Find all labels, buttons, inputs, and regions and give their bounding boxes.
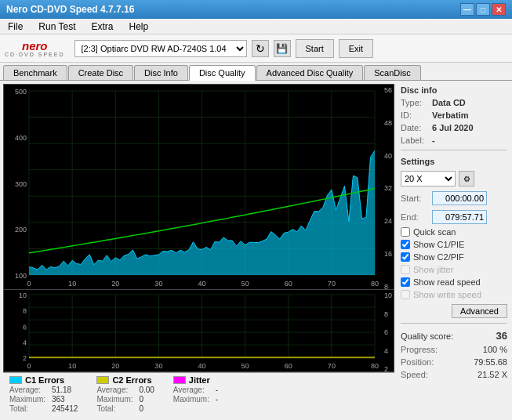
c1-total-label: Total: — [9, 404, 49, 413]
menu-run-test[interactable]: Run Test — [34, 20, 80, 33]
quality-score-row: Quality score: 36 — [401, 330, 507, 342]
c2-color-swatch — [96, 376, 109, 384]
show-read-speed-checkbox[interactable] — [401, 277, 410, 287]
show-c1-checkbox[interactable] — [401, 240, 410, 249]
bottom-chart: 108642 — [3, 290, 394, 372]
start-input[interactable] — [432, 191, 487, 205]
jitter-maximum-label: Maximum: — [173, 395, 212, 404]
c2-total-value: 0 — [139, 404, 143, 413]
menu-extra[interactable]: Extra — [86, 20, 118, 33]
save-icon[interactable]: 💾 — [274, 40, 291, 57]
divider-2 — [401, 323, 507, 324]
c1-maximum-label: Maximum: — [9, 395, 49, 404]
c1-average-value: 51.18 — [52, 386, 71, 394]
id-label: ID: — [401, 110, 429, 120]
c2-average-label: Average: — [96, 386, 136, 394]
maximize-button[interactable]: □ — [476, 3, 490, 16]
show-jitter-checkbox — [401, 265, 410, 274]
tab-bar: Benchmark Create Disc Disc Info Disc Qua… — [0, 63, 512, 81]
quality-score-label: Quality score: — [401, 331, 453, 341]
jitter-average-value: - — [216, 386, 218, 394]
legend-area: C1 Errors Average: 51.18 Maximum: 363 To… — [3, 372, 394, 418]
close-button[interactable]: ✕ — [492, 3, 506, 16]
progress-label: Progress: — [401, 345, 438, 354]
c1-title: C1 Errors — [25, 375, 64, 385]
toolbar: nero CD·DVD SPEED [2:3] Optiarc DVD RW A… — [0, 34, 512, 63]
tab-disc-info[interactable]: Disc Info — [134, 65, 188, 80]
quick-scan-row: Quick scan — [401, 227, 507, 237]
quality-score-value: 36 — [496, 330, 507, 342]
drive-selector[interactable]: [2:3] Optiarc DVD RW AD-7240S 1.04 — [74, 40, 247, 57]
start-row: Start: — [401, 191, 507, 205]
speed-stat-row: Speed: 21.52 X — [401, 370, 507, 379]
date-value: 6 Jul 2020 — [432, 123, 474, 132]
quick-scan-checkbox[interactable] — [401, 227, 410, 237]
main-content: 5648403224168 108642 C1 Errors Average: … — [0, 81, 512, 418]
jitter-average-label: Average: — [173, 386, 212, 394]
legend-jitter: Jitter Average: - Maximum: - — [173, 375, 218, 415]
minimize-button[interactable]: — — [460, 3, 474, 16]
show-c2-checkbox[interactable] — [401, 252, 410, 262]
show-c2-row: Show C2/PIF — [401, 252, 507, 262]
menu-bar: File Run Test Extra Help — [0, 19, 512, 34]
id-value: Verbatim — [432, 110, 468, 120]
c2-total-label: Total: — [96, 404, 136, 413]
c2-maximum-label: Maximum: — [96, 395, 136, 404]
show-read-speed-label: Show read speed — [413, 277, 481, 287]
legend-c1: C1 Errors Average: 51.18 Maximum: 363 To… — [9, 375, 78, 415]
c1-color-swatch — [9, 376, 22, 384]
divider-1 — [401, 150, 507, 150]
c1-total-value: 245412 — [52, 404, 78, 413]
refresh-icon[interactable]: ↻ — [252, 40, 269, 57]
menu-help[interactable]: Help — [125, 20, 154, 33]
disc-id-row: ID: Verbatim — [401, 110, 507, 120]
jitter-maximum-value: - — [216, 395, 218, 404]
show-write-speed-row: Show write speed — [401, 290, 507, 299]
start-label: Start: — [401, 194, 429, 203]
c1-maximum-value: 363 — [52, 395, 65, 404]
label-label: Label: — [401, 136, 429, 145]
disc-info-title: Disc info — [401, 85, 507, 95]
type-value: Data CD — [432, 98, 466, 107]
show-c2-label: Show C2/PIF — [413, 252, 464, 262]
settings-title: Settings — [401, 157, 507, 166]
title-bar: Nero CD-DVD Speed 4.7.7.16 — □ ✕ — [0, 0, 512, 19]
show-c1-row: Show C1/PIE — [401, 240, 507, 249]
show-jitter-row: Show jitter — [401, 265, 507, 274]
exit-button[interactable]: Exit — [339, 39, 373, 58]
quick-scan-label: Quick scan — [413, 227, 456, 237]
top-chart: 5648403224168 — [3, 84, 394, 290]
disc-date-row: Date: 6 Jul 2020 — [401, 123, 507, 132]
end-row: End: — [401, 210, 507, 224]
window-controls[interactable]: — □ ✕ — [460, 3, 506, 16]
c2-title: C2 Errors — [112, 375, 151, 385]
tab-benchmark[interactable]: Benchmark — [3, 65, 67, 80]
position-value: 79:55.68 — [474, 357, 507, 367]
tab-create-disc[interactable]: Create Disc — [68, 65, 133, 80]
menu-file[interactable]: File — [3, 20, 27, 33]
c2-maximum-value: 0 — [139, 395, 143, 404]
position-row: Position: 79:55.68 — [401, 357, 507, 367]
speed-selector[interactable]: 20 X 4 X 8 X 16 X Max — [401, 171, 456, 186]
type-label: Type: — [401, 98, 429, 107]
show-jitter-label: Show jitter — [413, 265, 453, 274]
tab-advanced-disc-quality[interactable]: Advanced Disc Quality — [256, 65, 364, 80]
tab-scandisc[interactable]: ScanDisc — [364, 65, 420, 80]
speed-stat-value: 21.52 X — [478, 370, 507, 379]
end-input[interactable] — [432, 210, 487, 224]
advanced-button[interactable]: Advanced — [452, 304, 507, 318]
right-panel: Disc info Type: Data CD ID: Verbatim Dat… — [396, 81, 512, 418]
disc-label-row: Label: - — [401, 136, 507, 145]
c2-average-value: 0.00 — [139, 386, 154, 394]
settings-icon[interactable]: ⚙ — [459, 171, 474, 186]
show-c1-label: Show C1/PIE — [413, 240, 464, 249]
jitter-title: Jitter — [189, 375, 210, 385]
show-read-speed-row: Show read speed — [401, 277, 507, 287]
label-value: - — [432, 136, 435, 145]
tab-disc-quality[interactable]: Disc Quality — [189, 65, 256, 81]
progress-row: Progress: 100 % — [401, 345, 507, 354]
start-button[interactable]: Start — [296, 39, 334, 58]
legend-c2: C2 Errors Average: 0.00 Maximum: 0 Total… — [96, 375, 154, 415]
nero-logo: nero CD·DVD SPEED — [5, 40, 65, 57]
c1-average-label: Average: — [9, 386, 49, 394]
